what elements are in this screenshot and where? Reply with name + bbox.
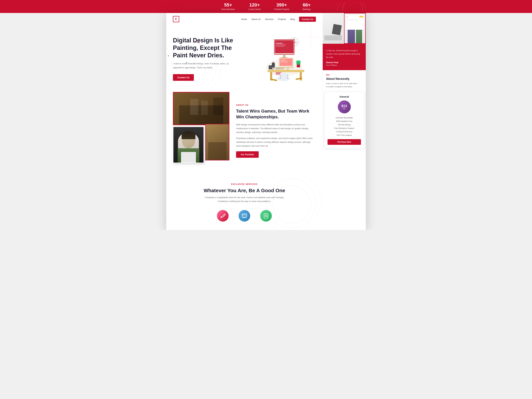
hero-section: Digital Design Is Like Painting, Except … [166,25,323,92]
hero-subtitle: I want to make beautiful things, even if… [173,62,229,70]
sidebar-testimonial: m, like rain, should be gentle enough to… [323,45,366,70]
svg-rect-6 [275,40,294,53]
svg-rect-20 [277,68,278,68]
stat-label-3: Finished Projects [274,8,289,11]
sidebar-design-title: About Necessity [326,77,362,81]
navbar: E Home About Us Services Projects Blog C… [166,13,323,25]
about-tag: ABOUT US [236,104,316,106]
price-amount: $13 [342,104,347,108]
about-content: ABOUT US Talent Wins Games, But Team Wor… [233,97,323,158]
pricing-title: General [328,95,361,98]
svg-point-57 [243,215,243,215]
right-sidebar: Z note m, like rain, should be gentle en… [323,13,366,230]
stat-number-2: 120+ [248,2,261,8]
svg-rect-23 [276,69,277,69]
hero-title: Digital Design Is Like Painting, Except … [173,37,243,59]
feature-4: Free Wordpress Support [328,127,361,130]
nav-about[interactable]: About Us [251,18,261,20]
svg-rect-25 [279,69,281,69]
sidebar-design-text-1: order, or even to edit: it is to add val… [326,82,362,85]
svg-rect-43 [268,70,304,72]
svg-rect-8 [276,44,286,45]
feature-2: 5GB Harddrive Free [328,120,361,123]
stat-label-4: Meetings [303,8,311,11]
services-icons-row [173,210,316,222]
office-image-top [173,92,229,125]
price-period: /Mo [343,108,346,110]
sidebar-design-tag: ING [326,74,362,76]
web-service-icon [239,210,250,222]
stat-item-1: 55+ Team Members [221,2,235,11]
feature-3: 100 GB Hosting [328,123,361,127]
services-tag: EXCLUSIVE SERVICES [173,183,316,185]
stat-item-3: 390+ Finished Projects [274,2,289,11]
sidebar-design-text-2: to modify, to dignify to dramatize [326,85,362,88]
about-title: Talent Wins Games, But Team Work Win Cha… [236,108,316,120]
svg-rect-40 [280,73,287,79]
svg-rect-9 [276,46,284,47]
stat-number-1: 55+ [221,2,235,8]
stat-item-4: 66+ Meetings [303,2,311,11]
feature-6: 24x7 Free Support [328,133,361,137]
about-text-1: Web design encompasses many different sk… [236,123,316,134]
svg-point-56 [242,215,243,215]
nav-links: Home About Us Services Projects Blog Con… [241,18,316,21]
services-title: Whatever You Are, Be A Good One [173,188,316,193]
svg-rect-7 [276,43,283,44]
stat-label-1: Team Members [221,8,235,11]
price-badge: $13 /Mo [338,101,351,113]
svg-rect-55 [242,215,247,215]
about-images [166,92,233,163]
services-section: EXCLUSIVE SERVICES Whatever You Are, Be … [166,173,323,230]
about-section: ABOUT US Talent Wins Games, But Team Wor… [166,92,323,173]
sidebar-whiteboard-image: Z note [344,13,366,44]
svg-rect-16 [280,61,288,62]
sidebar-mac-image [323,13,343,44]
testimonial-role: Ceo Of Bakor [326,64,362,66]
svg-rect-24 [277,69,279,69]
feature-1: Unlimited Brandwidth [328,116,361,120]
nav-projects[interactable]: Projects [278,18,286,20]
services-subtitle: Creativity is a highfalutin word for the… [204,196,284,203]
design-service-icon [217,210,228,222]
side-image [205,124,229,160]
pricing-features-list: Unlimited Brandwidth 5GB Harddrive Free … [328,116,361,137]
svg-rect-41 [280,75,281,79]
svg-line-52 [221,218,221,218]
svg-rect-19 [276,68,277,68]
stat-number-4: 66+ [303,2,311,8]
about-text-2: Proprietary software; user experience de… [236,137,316,148]
testimonial-text: m, like rain, should be gentle enough to… [326,49,362,59]
service-item-web [239,210,250,222]
svg-rect-45 [300,72,302,81]
hero-illustration [243,35,316,83]
svg-rect-22 [279,68,280,68]
service-item-task [260,210,272,222]
sidebar-image-area: Z note [323,13,366,44]
task-service-icon [260,210,272,222]
hero-cta-button[interactable]: Contact Us [173,74,194,81]
svg-point-34 [296,60,298,63]
nav-contact-button[interactable]: Contact Us [299,17,316,22]
logo: E [173,16,179,22]
service-item-design [217,210,228,222]
nav-home[interactable]: Home [241,18,247,20]
testimonial-author: Shuwn Pual [326,61,362,64]
svg-rect-38 [269,65,272,69]
stat-label-2: Lovely Clients [248,8,261,11]
sidebar-design: ING About Necessity order, or even to ed… [323,70,366,92]
svg-rect-18 [275,67,284,70]
svg-rect-15 [280,60,285,60]
hero-content: Digital Design Is Like Painting, Except … [173,37,243,81]
portfolio-button[interactable]: Our Portfolio [236,151,259,158]
svg-point-35 [298,60,301,63]
stat-item-2: 120+ Lovely Clients [248,2,261,11]
nav-blog[interactable]: Blog [290,18,295,20]
stat-number-3: 390+ [274,2,289,8]
nav-services[interactable]: Services [265,18,274,20]
main-content: E Home About Us Services Projects Blog C… [166,13,323,230]
svg-rect-10 [283,55,285,57]
man-image [173,127,204,163]
feature-5: C-Panal Full Access [328,130,361,133]
purchase-button[interactable]: Purchase Now [328,139,361,145]
